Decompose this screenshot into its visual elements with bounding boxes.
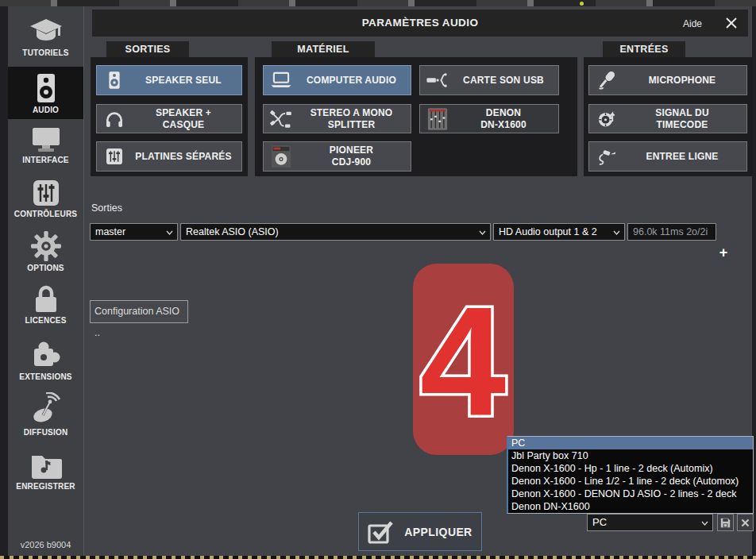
speaker-icon [34, 73, 58, 103]
tab-materiel[interactable]: MATÉRIEL [272, 41, 375, 57]
sound-driver-select[interactable]: Realtek ASIO (ASIO) [180, 223, 491, 241]
audio-settings-panel: PARAMÈTRES AUDIO Aide SORTIES MATÉRIEL E… [83, 6, 752, 556]
help-link[interactable]: Aide [683, 18, 702, 29]
graduation-cap-icon [29, 17, 64, 46]
chevron-down-icon [479, 230, 486, 235]
profile-select-value: PC [592, 516, 607, 528]
button-label: SPEAKER + CASQUE [132, 107, 241, 131]
speaker-seul-button[interactable]: SPEAKER SEUL [96, 65, 242, 95]
signal-timecode-button[interactable]: SIGNAL DU TIMECODE [588, 104, 747, 133]
background-marker [580, 2, 584, 6]
line-input-icon [589, 146, 624, 167]
output-channel-select[interactable]: master [90, 223, 178, 241]
record-folder-icon [29, 451, 63, 480]
chevron-down-icon [613, 230, 620, 235]
lock-icon [33, 283, 60, 314]
sliders-icon [32, 179, 60, 207]
list-item[interactable]: Denon X-1600 - Line 1/2 - 1 line - 2 dec… [508, 475, 753, 488]
list-item[interactable]: Denon X-1600 - DENON DJ ASIO - 2 lines -… [508, 488, 753, 500]
apply-button[interactable]: APPLIQUER [358, 512, 482, 551]
button-label: SIGNAL DU TIMECODE [624, 107, 746, 131]
splitter-icon [264, 109, 299, 129]
computer-audio-button[interactable]: COMPUTER AUDIO [263, 65, 411, 95]
entrees-panel: MICROPHONE SIGNAL DU TIMECODE ENTREE LIG… [584, 57, 753, 176]
tab-entrees[interactable]: ENTRÉES [603, 41, 685, 57]
button-label: CARTE SON USB [455, 75, 558, 87]
sidebar-item-label: DIFFUSION [8, 428, 83, 437]
sidebar-item-label: ENREGISTRER [8, 482, 83, 491]
sidebar-item-label: AUDIO [8, 106, 83, 114]
asio-config-button[interactable]: Configuration ASIO .. [90, 300, 188, 323]
pioneer-cdj900-button[interactable]: PIONEER CDJ-900 [263, 141, 411, 172]
list-item[interactable]: PC [508, 437, 753, 449]
sidebar-item-label: CONTRÔLEURS [8, 210, 83, 218]
materiel-panel: COMPUTER AUDIO CARTE SON USB STEREO A MO… [255, 57, 577, 176]
microphone-icon [589, 70, 624, 91]
denon-mixer-icon [420, 107, 455, 131]
virtualdj-settings-window: TUTORIELS AUDIO INTERFACE [0, 0, 756, 559]
button-label: STEREO A MONO SPLITTER [299, 107, 411, 131]
sidebar-item-audio[interactable]: AUDIO [8, 67, 83, 119]
sidebar-item-interface[interactable]: INTERFACE [8, 123, 83, 169]
chevron-down-icon [701, 521, 708, 526]
sidebar-item-label: TUTORIELS [8, 48, 83, 57]
sidebar-item-licences[interactable]: LICENCES [8, 280, 83, 328]
app-version: v2026 b9004 [8, 540, 83, 549]
list-item[interactable]: Denon DN-X1600 [508, 500, 753, 513]
list-item[interactable]: Jbl Party box 710 [508, 449, 753, 462]
close-icon[interactable] [724, 16, 739, 30]
checkbox-check-icon [368, 520, 395, 544]
svg-text:4: 4 [420, 274, 506, 447]
annotation-badge-4: 4 [413, 264, 514, 455]
monitor-icon [30, 126, 62, 153]
button-label: PIONEER CDJ-900 [299, 145, 411, 168]
denon-dnx1600-button[interactable]: DENON DN-X1600 [419, 104, 559, 133]
speaker-icon [97, 70, 132, 91]
delete-profile-button[interactable] [737, 514, 754, 531]
gear-icon [31, 231, 61, 261]
output-port-select[interactable]: HD Audio output 1 & 2 [493, 223, 625, 241]
close-icon [741, 519, 750, 527]
apply-button-label: APPLIQUER [404, 526, 472, 538]
save-icon [720, 518, 731, 528]
add-output-button[interactable]: + [716, 245, 731, 260]
sorties-panel: SPEAKER SEUL SPEAKER + CASQUE PLATINES S… [91, 57, 248, 176]
platines-separes-button[interactable]: PLATINES SÉPARÉS [96, 141, 242, 172]
background-app-strip-bottom [0, 556, 756, 559]
speaker-casque-button[interactable]: SPEAKER + CASQUE [96, 104, 242, 133]
sidebar-item-extensions[interactable]: EXTENSIONS [8, 335, 83, 383]
entree-ligne-button[interactable]: ENTREE LIGNE [588, 141, 747, 172]
sidebar-item-options[interactable]: OPTIONS [8, 228, 83, 276]
laptop-icon [264, 71, 299, 89]
puzzle-icon [30, 338, 62, 370]
sidebar-item-label: INTERFACE [8, 156, 83, 164]
dialog-title: PARAMÈTRES AUDIO [92, 17, 748, 29]
tab-sorties[interactable]: SORTIES [106, 41, 189, 57]
settings-sidebar: TUTORIELS AUDIO INTERFACE [8, 6, 83, 556]
decks-icon [97, 147, 132, 166]
carte-son-usb-button[interactable]: CARTE SON USB [419, 65, 559, 95]
stereo-mono-splitter-button[interactable]: STEREO A MONO SPLITTER [263, 104, 411, 133]
sidebar-item-tutoriels[interactable]: TUTORIELS [8, 14, 83, 62]
button-label: PLATINES SÉPARÉS [132, 151, 241, 163]
button-label: ENTREE LIGNE [624, 151, 746, 163]
chevron-down-icon [166, 230, 173, 235]
background-app-strip-left [0, 6, 8, 556]
usb-soundcard-icon [420, 71, 455, 89]
sidebar-item-label: EXTENSIONS [8, 372, 83, 381]
microphone-button[interactable]: MICROPHONE [588, 65, 747, 95]
sidebar-item-diffusion[interactable]: DIFFUSION [8, 389, 83, 438]
output-port-value: HD Audio output 1 & 2 [499, 226, 597, 237]
background-app-strip-top [0, 0, 756, 6]
sound-driver-value: Realtek ASIO (ASIO) [186, 226, 279, 237]
sidebar-item-enregistrer[interactable]: ENREGISTRER [8, 448, 83, 495]
sidebar-item-label: OPTIONS [8, 264, 83, 272]
timecode-vinyl-icon [589, 109, 624, 129]
save-profile-button[interactable] [717, 514, 734, 531]
list-item[interactable]: Denon X-1600 - Hp - 1 line - 2 deck (Aut… [508, 462, 753, 475]
profile-select[interactable]: PC [587, 514, 713, 531]
audio-stats-readout: 96.0k 11ms 2o/2i [627, 223, 716, 241]
headphones-icon [97, 110, 132, 129]
sidebar-item-controleurs[interactable]: CONTRÔLEURS [8, 175, 83, 222]
button-label: SPEAKER SEUL [132, 75, 241, 87]
